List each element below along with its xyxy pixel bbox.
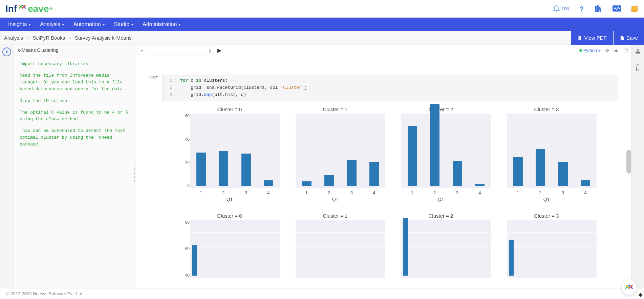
code-text: for c in clusters: grid= sns.FacetGrid(c… <box>175 77 312 98</box>
top-icon-bar: 106 <box>553 5 639 13</box>
x-axis: 1234 <box>496 188 597 195</box>
footer: © 2013-2023 Noesys Software Pvt. Ltd. <box>0 288 644 299</box>
sidebar-note: Drop the ID column <box>20 98 129 104</box>
chevron-down-icon: ▾ <box>29 23 30 26</box>
weave-logo-icon <box>18 3 27 14</box>
floating-logo-button[interactable] <box>622 280 637 295</box>
upload-icon[interactable] <box>635 48 641 56</box>
breadcrumb-item[interactable]: Survey Analysis k-Means <box>75 35 132 41</box>
plot-area <box>295 220 385 278</box>
nav-automation[interactable]: Automation▾ <box>69 18 109 31</box>
save-icon <box>620 36 624 40</box>
chart-bar <box>324 175 334 186</box>
plot-area <box>190 220 280 278</box>
chart-bar <box>219 151 228 186</box>
notifications-button[interactable]: 106 <box>553 5 569 13</box>
compass-icon[interactable] <box>2 47 11 56</box>
svg-rect-6 <box>636 52 640 54</box>
breadcrumb-sep: › <box>69 35 71 41</box>
nav-insights[interactable]: Insights▾ <box>3 18 35 31</box>
chart-bar <box>302 181 312 186</box>
notebook-content: + ▴▾ ▶ Python 3 ⟳ ⏭ ? [167] 123 for c in… <box>135 45 631 288</box>
code-editor[interactable]: 123 for c in clusters: grid= sns.FacetGr… <box>163 75 618 101</box>
main-navbar: Insights▾ Analysis▾ Automation▾ Studio▾ … <box>0 18 644 31</box>
app-logo[interactable]: Inf eave ® <box>5 3 52 14</box>
save-button[interactable]: Save <box>613 31 644 45</box>
help-button[interactable] <box>578 5 586 13</box>
chart-bar <box>369 162 379 186</box>
copyright: © 2013-2023 Noesys Software Pvt. Ltd. <box>6 291 84 296</box>
nav-administration[interactable]: Administration▾ <box>138 18 185 31</box>
notification-count: 106 <box>561 6 569 11</box>
svg-point-0 <box>581 11 582 11</box>
chart-bar <box>196 153 206 186</box>
nav-studio[interactable]: Studio▾ <box>109 18 138 31</box>
facet-row: Cluster = 060402001234Q1Cluster = 11234Q… <box>179 105 601 202</box>
breadcrumb-item[interactable]: Analysis <box>4 35 23 41</box>
svg-rect-4 <box>613 5 621 12</box>
chart-bar <box>558 162 568 186</box>
plot-area <box>401 220 491 278</box>
topbar: Inf eave ® 106 <box>0 0 644 18</box>
facet-title: Cluster = 1 <box>285 105 385 114</box>
sidebar-note: Read the file from Infoveave media manag… <box>20 72 129 93</box>
chart-bar <box>513 157 523 186</box>
svg-rect-3 <box>599 6 601 12</box>
chart-facet: Cluster = 060402001234Q1 <box>179 105 280 202</box>
main-area: k-Means Clustering Import necessary libr… <box>0 45 644 288</box>
sidebar-note: The optimal K value is found to be 4 or … <box>20 109 129 123</box>
sidebar-note: Import necessary libraries <box>20 61 129 67</box>
notebook-toolbar: + ▴▾ ▶ Python 3 ⟳ ⏭ ? <box>135 45 631 56</box>
facet-title: Cluster = 3 <box>496 212 597 220</box>
right-rail: fx <box>631 45 644 288</box>
chart-bar <box>192 245 197 276</box>
x-axis: 1234 <box>179 188 280 195</box>
chart-facet: Cluster = 1 <box>285 212 385 278</box>
svg-rect-1 <box>595 6 597 12</box>
chart-facet: Cluster = 21234Q1 <box>391 105 491 202</box>
monitor-button[interactable] <box>612 5 622 13</box>
x-axis-label: Q1 <box>285 195 385 202</box>
cell-type-select[interactable]: ▴▾ <box>150 46 214 55</box>
refresh-kernel-button[interactable]: ⟳ <box>605 48 609 53</box>
outline-sidebar: k-Means Clustering Import necessary libr… <box>14 45 135 288</box>
plot-area <box>507 114 597 188</box>
scrollbar-thumb[interactable] <box>626 150 631 174</box>
facet-title: Cluster = 0 <box>179 105 280 114</box>
facet-row: Cluster = 0806040Cluster = 1Cluster = 2C… <box>179 212 601 278</box>
x-axis: 1234 <box>285 188 385 195</box>
notebook-scroll[interactable]: [167] 123 for c in clusters: grid= sns.F… <box>135 56 631 288</box>
svg-rect-2 <box>597 5 599 12</box>
breadcrumb: Analysis › SciPyR Books › Survey Analysi… <box>4 35 131 41</box>
chart-bar <box>403 218 408 276</box>
chart-facet: Cluster = 11234Q1 <box>285 105 385 202</box>
chevron-down-icon: ▾ <box>62 23 64 26</box>
bug-icon[interactable]: ✱ <box>638 292 643 298</box>
library-button[interactable] <box>595 5 603 13</box>
breadcrumb-row: Analysis › SciPyR Books › Survey Analysi… <box>0 31 644 45</box>
breadcrumb-sep: › <box>27 35 29 41</box>
view-pdf-button[interactable]: View PDF <box>571 31 613 45</box>
sidebar-note: This can be automated to detect the most… <box>20 127 129 148</box>
run-cell-button[interactable]: ▶ <box>217 47 221 54</box>
left-rail <box>0 45 14 288</box>
chart-facet: Cluster = 3 <box>496 212 597 278</box>
line-gutter: 123 <box>164 77 175 98</box>
facet-title: Cluster = 3 <box>496 105 597 114</box>
chart-bar <box>264 180 273 186</box>
code-cell[interactable]: [167] 123 for c in clusters: grid= sns.F… <box>142 75 618 281</box>
x-axis-label: Q1 <box>391 195 491 202</box>
breadcrumb-item[interactable]: SciPyR Books <box>33 35 65 41</box>
add-cell-button[interactable]: + <box>137 46 146 55</box>
chart-bar <box>475 184 485 186</box>
help-kernel-button[interactable]: ? <box>624 48 629 53</box>
chart-bar <box>241 154 251 186</box>
plot-area <box>507 220 597 278</box>
run-all-button[interactable]: ⏭ <box>614 48 619 53</box>
kernel-indicator[interactable]: Python 3 <box>579 48 601 53</box>
nav-analysis[interactable]: Analysis▾ <box>35 18 69 31</box>
sticky-note-button[interactable] <box>630 5 639 13</box>
sidebar-content: Import necessary libraries Read the file… <box>14 56 135 157</box>
fx-icon[interactable]: fx <box>636 63 640 72</box>
chevron-down-icon: ▾ <box>131 23 133 26</box>
